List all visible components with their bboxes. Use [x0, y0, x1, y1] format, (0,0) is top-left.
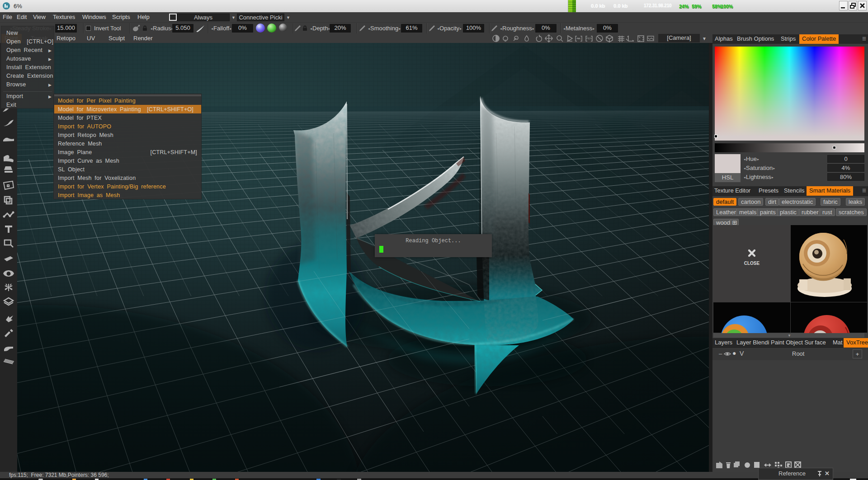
svg-text:ALL: ALL: [576, 37, 581, 40]
svg-text:PEN: PEN: [586, 37, 592, 40]
svg-text:CLOSE: CLOSE: [744, 261, 760, 266]
